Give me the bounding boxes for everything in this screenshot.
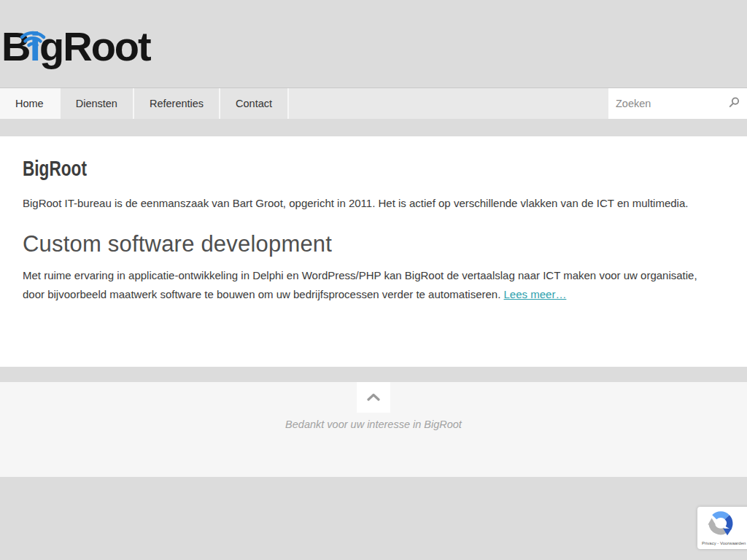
footer-thanks-text: Bedankt voor uw interesse in BigRoot (0, 419, 747, 430)
recaptcha-icon (707, 510, 735, 540)
site-header: BigRoot (0, 0, 747, 88)
recaptcha-badge[interactable]: Privacy - Voorwaarden (697, 507, 747, 549)
page-title: BigRoot (23, 157, 570, 181)
section-title: Custom software development (23, 231, 724, 257)
nav-item-diensten[interactable]: Diensten (61, 88, 134, 119)
nav-item-label: Referenties (150, 98, 204, 109)
nav-item-label: Home (15, 98, 44, 109)
intro-paragraph: BigRoot IT-bureau is de eenmanszaak van … (23, 197, 724, 209)
section-body-paragraph: Met ruime ervaring in applicatie-ontwikk… (23, 266, 719, 304)
scroll-to-top-button[interactable] (357, 382, 390, 413)
search-button[interactable] (725, 88, 743, 119)
nav-item-label: Contact (236, 98, 272, 109)
section-body-text: Met ruime ervaring in applicatie-ontwikk… (23, 269, 697, 300)
page-footer: Bedankt voor uw interesse in BigRoot (0, 382, 747, 477)
wifi-icon (17, 12, 49, 56)
search-icon (729, 97, 740, 110)
chevron-up-icon (367, 392, 380, 403)
search-input[interactable] (616, 98, 725, 109)
nav-item-label: Diensten (76, 98, 117, 109)
nav-item-contact[interactable]: Contact (220, 88, 289, 119)
logo-text-suffix: gRoot (39, 23, 150, 69)
bottom-area (0, 477, 747, 560)
search-box (608, 88, 747, 119)
site-logo[interactable]: BigRoot (1, 25, 150, 69)
header-divider-strip (0, 119, 747, 136)
nav-item-referenties[interactable]: Referenties (134, 88, 220, 119)
read-more-link[interactable]: Lees meer… (504, 288, 567, 300)
nav-item-home[interactable]: Home (0, 88, 61, 119)
recaptcha-privacy-label[interactable]: Privacy - Voorwaarden (702, 541, 746, 545)
main-nav: Home Diensten Referenties Contact (0, 88, 747, 119)
main-content: BigRoot BigRoot IT-bureau is de eenmansz… (0, 136, 747, 367)
